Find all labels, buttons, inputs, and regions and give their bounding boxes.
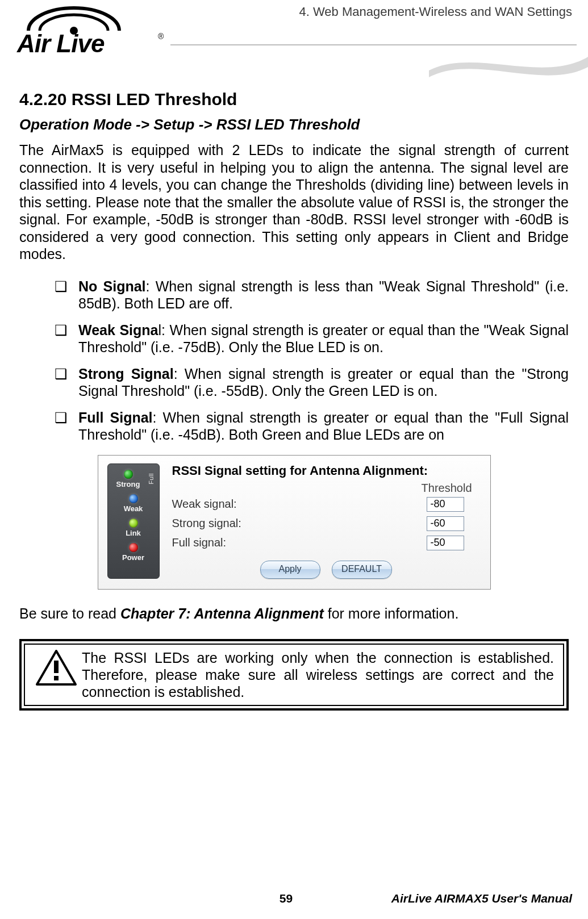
led-weak-label: Weak: [124, 504, 143, 513]
screenshot-panel: Full Strong Weak Link: [98, 455, 491, 590]
default-button[interactable]: DEFAULT: [332, 561, 392, 579]
led-row-link: Link: [112, 519, 155, 537]
closing-pre: Be sure to read: [19, 605, 120, 621]
rssi-title: RSSI Signal setting for Antenna Alignmen…: [172, 463, 480, 478]
header-wave: [429, 51, 588, 80]
strong-threshold-input[interactable]: [427, 516, 464, 531]
term: No Signal: [78, 278, 146, 294]
term: Weak Signa: [78, 322, 158, 338]
header-rule: [170, 44, 577, 45]
weak-threshold-input[interactable]: [427, 497, 464, 512]
chapter-reference: Chapter 7: Antenna Alignment: [120, 605, 324, 621]
page-footer: 59 AirLive AIRMAX5 User's Manual: [0, 892, 572, 909]
apply-button[interactable]: Apply: [260, 561, 320, 579]
closing-post: for more information.: [324, 605, 459, 621]
led-row-strong: Full Strong: [112, 470, 155, 488]
full-threshold-input[interactable]: [427, 536, 464, 550]
led-power-icon: [129, 543, 138, 552]
led-full-text: Full: [148, 473, 155, 484]
led-power-label: Power: [122, 553, 144, 562]
section-heading: 4.2.20 RSSI LED Threshold: [19, 90, 569, 109]
logo-registered: ®: [158, 32, 164, 41]
svg-rect-2: [54, 661, 59, 673]
term: Strong Signal: [78, 366, 174, 382]
list-item: No Signal: When signal strength is less …: [55, 278, 569, 312]
led-link-icon: [129, 519, 138, 528]
bullet-list: No Signal: When signal strength is less …: [19, 278, 569, 444]
manual-title: AirLive AIRMAX5 User's Manual: [391, 892, 572, 905]
warning-inner: The RSSI LEDs are working only when the …: [24, 644, 564, 706]
threshold-grid: Weak signal: Strong signal: Full signal:: [172, 497, 480, 550]
warning-icon: [31, 649, 82, 692]
led-weak-icon: [129, 494, 138, 503]
threshold-header: Threshold: [172, 482, 480, 495]
page: Air Live ® 4. Web Management-Wireless an…: [0, 0, 588, 919]
svg-rect-3: [54, 676, 59, 680]
led-row-power: Power: [112, 543, 155, 562]
brand-logo: Air Live ®: [17, 6, 170, 65]
led-link-label: Link: [126, 529, 141, 537]
list-item: Full Signal: When signal strength is gre…: [55, 409, 569, 444]
warning-text: The RSSI LEDs are working only when the …: [82, 649, 554, 700]
rssi-panel: Full Strong Weak Link: [98, 455, 491, 590]
list-item: Strong Signal: When signal strength is g…: [55, 365, 569, 400]
list-item: Weak Signal: When signal strength is gre…: [55, 321, 569, 356]
page-header: Air Live ® 4. Web Management-Wireless an…: [0, 0, 588, 80]
button-row: Apply DEFAULT: [172, 561, 480, 579]
term-text: : When signal strength is less than "Wea…: [78, 278, 569, 312]
chapter-title: 4. Web Management-Wireless and WAN Setti…: [299, 5, 572, 19]
logo-text: Air Live: [17, 30, 104, 58]
intro-paragraph: The AirMax5 is equipped with 2 LEDs to i…: [19, 141, 569, 263]
row-label: Full signal:: [172, 536, 419, 549]
rssi-form: RSSI Signal setting for Antenna Alignmen…: [160, 463, 480, 579]
content: 4.2.20 RSSI LED Threshold Operation Mode…: [19, 90, 569, 716]
led-strong-label: Strong: [116, 480, 140, 488]
term: Full Signal: [78, 410, 153, 425]
led-row-weak: Weak: [112, 494, 155, 513]
warning-box: The RSSI LEDs are working only when the …: [19, 639, 569, 711]
row-label: Strong signal:: [172, 517, 419, 530]
closing-line: Be sure to read Chapter 7: Antenna Align…: [19, 605, 569, 622]
row-label: Weak signal:: [172, 498, 419, 511]
led-strong-icon: [124, 470, 133, 479]
breadcrumb: Operation Mode -> Setup -> RSSI LED Thre…: [19, 116, 569, 133]
led-column: Full Strong Weak Link: [107, 463, 160, 579]
